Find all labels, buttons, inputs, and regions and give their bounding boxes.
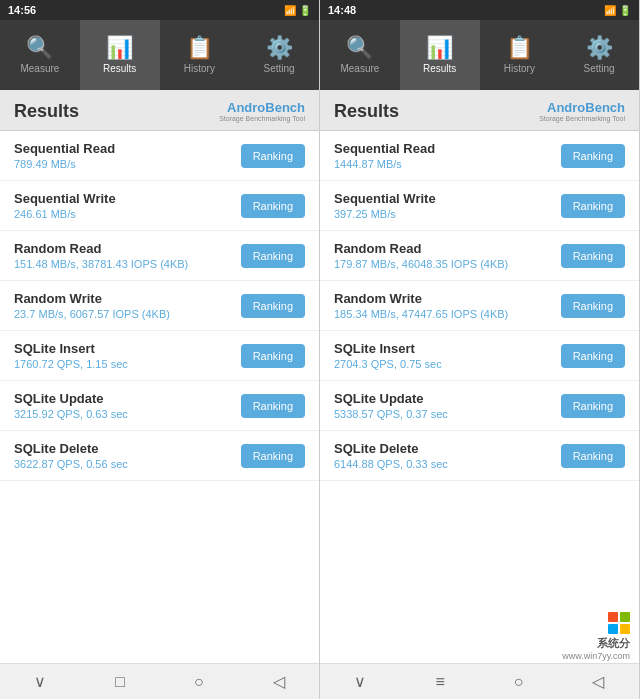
results-list-right: Sequential Read 1444.87 MB/s Ranking Seq… — [320, 131, 639, 663]
nav-history-left[interactable]: 📋 History — [160, 20, 240, 90]
result-name-left-5: SQLite Update — [14, 391, 241, 406]
results-list-left: Sequential Read 789.49 MB/s Ranking Sequ… — [0, 131, 319, 663]
status-bar-left: 14:56 📶 🔋 — [0, 0, 319, 20]
results-header-left: Results AndroBench Storage Benchmarking … — [0, 90, 319, 131]
wifi-icon: 📶 — [284, 5, 296, 16]
setting-icon: ⚙️ — [266, 37, 293, 59]
setting-icon-right: ⚙️ — [586, 37, 613, 59]
watermark-url: www.win7yy.com — [562, 651, 630, 661]
nav-bar-left: 🔍 Measure 📊 Results 📋 History ⚙️ Setting — [0, 20, 319, 90]
result-value-right-4: 2704.3 QPS, 0.75 sec — [334, 358, 561, 370]
result-value-left-0: 789.49 MB/s — [14, 158, 241, 170]
result-name-left-1: Sequential Write — [14, 191, 241, 206]
ranking-btn-right-2[interactable]: Ranking — [561, 244, 625, 268]
result-value-left-6: 3622.87 QPS, 0.56 sec — [14, 458, 241, 470]
result-item-left-6: SQLite Delete 3622.87 QPS, 0.56 sec Rank… — [0, 431, 319, 481]
bottom-nav-left: ∨ □ ○ ◁ — [0, 663, 319, 699]
measure-icon: 🔍 — [26, 37, 53, 59]
result-item-left-0: Sequential Read 789.49 MB/s Ranking — [0, 131, 319, 181]
nav-measure-label-right: Measure — [340, 63, 379, 74]
androbench-logo-left: AndroBench Storage Benchmarking Tool — [219, 100, 305, 122]
ranking-btn-right-5[interactable]: Ranking — [561, 394, 625, 418]
history-icon: 📋 — [186, 37, 213, 59]
result-value-right-2: 179.87 MB/s, 46048.35 IOPS (4KB) — [334, 258, 561, 270]
nav-measure-left[interactable]: 🔍 Measure — [0, 20, 80, 90]
result-name-left-0: Sequential Read — [14, 141, 241, 156]
watermark: 系统分 www.win7yy.com — [562, 612, 630, 661]
ranking-btn-left-0[interactable]: Ranking — [241, 144, 305, 168]
bottom-recent-left[interactable]: ◁ — [257, 668, 301, 695]
result-item-right-6: SQLite Delete 6144.88 QPS, 0.33 sec Rank… — [320, 431, 639, 481]
result-item-right-1: Sequential Write 397.25 MB/s Ranking — [320, 181, 639, 231]
result-item-left-4: SQLite Insert 1760.72 QPS, 1.15 sec Rank… — [0, 331, 319, 381]
time-left: 14:56 — [8, 4, 36, 16]
result-value-left-5: 3215.92 QPS, 0.63 sec — [14, 408, 241, 420]
nav-setting-right[interactable]: ⚙️ Setting — [559, 20, 639, 90]
results-icon-right: 📊 — [426, 37, 453, 59]
battery-icon-right: 🔋 — [619, 5, 631, 16]
result-item-right-5: SQLite Update 5338.57 QPS, 0.37 sec Rank… — [320, 381, 639, 431]
result-name-right-5: SQLite Update — [334, 391, 561, 406]
ranking-btn-right-1[interactable]: Ranking — [561, 194, 625, 218]
bottom-back-left[interactable]: ∨ — [18, 668, 62, 695]
result-value-right-6: 6144.88 QPS, 0.33 sec — [334, 458, 561, 470]
result-item-right-2: Random Read 179.87 MB/s, 46048.35 IOPS (… — [320, 231, 639, 281]
result-value-left-4: 1760.72 QPS, 1.15 sec — [14, 358, 241, 370]
brand-name-left: AndroBench — [227, 100, 305, 115]
ranking-btn-right-0[interactable]: Ranking — [561, 144, 625, 168]
time-right: 14:48 — [328, 4, 356, 16]
results-title-left: Results — [14, 101, 79, 122]
androbench-logo-right: AndroBench Storage Benchmarking Tool — [539, 100, 625, 122]
wifi-icon-right: 📶 — [604, 5, 616, 16]
result-name-left-4: SQLite Insert — [14, 341, 241, 356]
result-value-left-2: 151.48 MB/s, 38781.43 IOPS (4KB) — [14, 258, 241, 270]
result-value-right-3: 185.34 MB/s, 47447.65 IOPS (4KB) — [334, 308, 561, 320]
phone-right: 14:48 📶 🔋 🔍 Measure 📊 Results 📋 History … — [320, 0, 640, 699]
results-header-right: Results AndroBench Storage Benchmarking … — [320, 90, 639, 131]
bottom-menu-right[interactable]: ≡ — [419, 669, 460, 695]
result-name-left-2: Random Read — [14, 241, 241, 256]
ranking-btn-left-4[interactable]: Ranking — [241, 344, 305, 368]
watermark-text: 系统分 — [597, 636, 630, 651]
result-name-right-6: SQLite Delete — [334, 441, 561, 456]
result-value-right-0: 1444.87 MB/s — [334, 158, 561, 170]
ranking-btn-right-6[interactable]: Ranking — [561, 444, 625, 468]
bottom-circle-left[interactable]: ○ — [178, 669, 220, 695]
bottom-home-left[interactable]: □ — [99, 669, 141, 695]
nav-measure-right[interactable]: 🔍 Measure — [320, 20, 400, 90]
result-value-right-1: 397.25 MB/s — [334, 208, 561, 220]
bottom-back-right[interactable]: ∨ — [338, 668, 382, 695]
ranking-btn-left-5[interactable]: Ranking — [241, 394, 305, 418]
result-item-left-5: SQLite Update 3215.92 QPS, 0.63 sec Rank… — [0, 381, 319, 431]
ranking-btn-left-1[interactable]: Ranking — [241, 194, 305, 218]
bottom-circle-right[interactable]: ○ — [498, 669, 540, 695]
result-name-right-0: Sequential Read — [334, 141, 561, 156]
brand-sub-left: Storage Benchmarking Tool — [219, 115, 305, 122]
nav-results-left[interactable]: 📊 Results — [80, 20, 160, 90]
result-item-left-1: Sequential Write 246.61 MB/s Ranking — [0, 181, 319, 231]
ranking-btn-right-3[interactable]: Ranking — [561, 294, 625, 318]
nav-setting-label-left: Setting — [264, 63, 295, 74]
ranking-btn-right-4[interactable]: Ranking — [561, 344, 625, 368]
nav-results-right[interactable]: 📊 Results — [400, 20, 480, 90]
battery-icon: 🔋 — [299, 5, 311, 16]
nav-setting-left[interactable]: ⚙️ Setting — [239, 20, 319, 90]
windows-logo-icon — [608, 612, 630, 634]
result-value-left-1: 246.61 MB/s — [14, 208, 241, 220]
ranking-btn-left-3[interactable]: Ranking — [241, 294, 305, 318]
ranking-btn-left-6[interactable]: Ranking — [241, 444, 305, 468]
bottom-nav-right: ∨ ≡ ○ ◁ — [320, 663, 639, 699]
result-name-left-3: Random Write — [14, 291, 241, 306]
result-name-left-6: SQLite Delete — [14, 441, 241, 456]
result-name-right-4: SQLite Insert — [334, 341, 561, 356]
bottom-recent-right[interactable]: ◁ — [576, 668, 620, 695]
brand-name-right: AndroBench — [547, 100, 625, 115]
nav-history-right[interactable]: 📋 History — [480, 20, 560, 90]
result-item-right-3: Random Write 185.34 MB/s, 47447.65 IOPS … — [320, 281, 639, 331]
result-name-right-2: Random Read — [334, 241, 561, 256]
ranking-btn-left-2[interactable]: Ranking — [241, 244, 305, 268]
brand-sub-right: Storage Benchmarking Tool — [539, 115, 625, 122]
status-icons-right: 📶 🔋 — [604, 5, 631, 16]
nav-bar-right: 🔍 Measure 📊 Results 📋 History ⚙️ Setting — [320, 20, 639, 90]
nav-history-label-right: History — [504, 63, 535, 74]
